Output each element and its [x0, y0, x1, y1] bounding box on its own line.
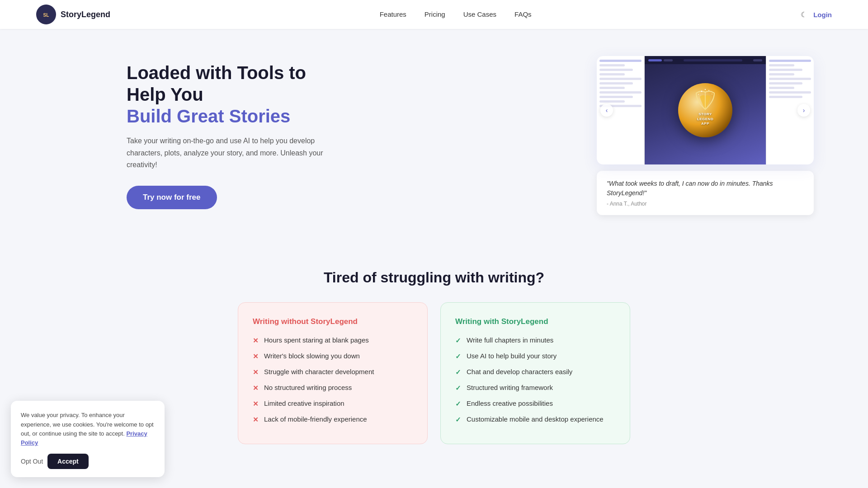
x-icon-1: ✕ [253, 352, 259, 361]
with-item-text-3: Structured writing framework [467, 384, 553, 391]
without-item-4: ✕ Limited creative inspiration [253, 399, 413, 408]
svg-point-2 [701, 91, 703, 92]
cookie-text: We value your privacy. To enhance your e… [21, 411, 155, 447]
without-item-text-1: Writer's block slowing you down [264, 352, 360, 360]
check-icon-3: ✓ [455, 384, 461, 392]
card-with-storylegend: Writing with StoryLegend ✓ Write full ch… [440, 302, 630, 444]
login-button[interactable]: Login [813, 11, 832, 19]
struggling-section: Tired of struggling with writing? [0, 242, 868, 286]
svg-text:SL: SL [43, 13, 49, 18]
check-icon-4: ✓ [455, 400, 461, 408]
svg-point-4 [705, 89, 706, 90]
x-icon-3: ✕ [253, 384, 259, 392]
without-item-text-0: Hours spent staring at blank pages [264, 336, 369, 344]
navbar: SL StoryLegend Features Pricing Use Case… [0, 0, 868, 29]
without-item-3: ✕ No structured writing process [253, 384, 413, 392]
x-icon-2: ✕ [253, 368, 259, 376]
svg-point-6 [712, 94, 712, 94]
nav-features[interactable]: Features [380, 10, 406, 18]
brand-name-text: StoryLegend [61, 10, 110, 19]
nav-actions: ☾ Login [801, 10, 832, 19]
without-item-5: ✕ Lack of mobile-friendly experience [253, 415, 413, 424]
check-icon-0: ✓ [455, 337, 461, 345]
app-logo-text: STORYLEGENDAPP [697, 112, 713, 126]
hero-description: Take your writing on-the-go and use AI t… [127, 135, 326, 171]
without-item-text-4: Limited creative inspiration [264, 399, 344, 407]
x-icon-0: ✕ [253, 337, 259, 345]
quote-card: "What took weeks to draft, I can now do … [597, 171, 814, 215]
nav-links: Features Pricing Use Cases FAQs [380, 10, 532, 19]
with-item-4: ✓ Endless creative possibilities [455, 399, 615, 408]
with-item-5: ✓ Customizable mobile and desktop experi… [455, 415, 615, 424]
screenshot-center-panel: STORYLEGENDAPP [645, 56, 766, 164]
opt-out-button[interactable]: Opt Out [21, 458, 43, 465]
cookie-actions: Opt Out Accept [21, 454, 155, 469]
with-item-text-0: Write full chapters in minutes [467, 336, 553, 344]
brand-logo: SL [36, 5, 56, 24]
hero-title: Loaded with Tools to Help You Build Grea… [127, 62, 344, 127]
without-card-title: Writing without StoryLegend [253, 317, 413, 326]
hero-visual: STORYLEGENDAPP [597, 56, 814, 215]
without-item-1: ✕ Writer's block slowing you down [253, 352, 413, 361]
struggling-title: Tired of struggling with writing? [36, 269, 832, 286]
with-item-text-1: Use AI to help build your story [467, 352, 557, 360]
x-icon-4: ✕ [253, 400, 259, 408]
svg-point-3 [708, 90, 709, 91]
nav-faqs[interactable]: FAQs [514, 10, 532, 18]
dark-mode-icon[interactable]: ☾ [801, 10, 807, 19]
with-item-2: ✓ Chat and develop characters easily [455, 368, 615, 376]
cookie-banner: We value your privacy. To enhance your e… [11, 401, 165, 477]
without-item-0: ✕ Hours spent staring at blank pages [253, 336, 413, 345]
screenshot-overlay: STORYLEGENDAPP [597, 56, 814, 164]
screenshot-prev-arrow[interactable]: ‹ [600, 104, 613, 117]
quote-text: "What took weeks to draft, I can now do … [607, 179, 804, 198]
app-logo-circle: STORYLEGENDAPP [678, 83, 732, 137]
screenshot-next-arrow[interactable]: › [797, 104, 810, 117]
without-item-text-5: Lack of mobile-friendly experience [264, 415, 367, 423]
quote-author: - Anna T., Author [607, 201, 804, 207]
svg-point-5 [698, 94, 699, 95]
check-icon-5: ✓ [455, 416, 461, 424]
with-item-text-2: Chat and develop characters easily [467, 368, 572, 375]
nav-pricing[interactable]: Pricing [425, 10, 445, 18]
nav-use-cases[interactable]: Use Cases [463, 10, 496, 18]
x-icon-5: ✕ [253, 416, 259, 424]
hero-title-line1: Loaded with Tools to Help You [127, 63, 306, 104]
with-card-title: Writing with StoryLegend [455, 317, 615, 326]
cta-button[interactable]: Try now for free [127, 186, 217, 209]
without-item-text-2: Struggle with character development [264, 368, 374, 375]
brand[interactable]: SL StoryLegend [36, 5, 110, 24]
accept-button[interactable]: Accept [47, 454, 89, 469]
with-item-text-5: Customizable mobile and desktop experien… [467, 415, 604, 423]
without-item-text-3: No structured writing process [264, 384, 352, 391]
without-item-2: ✕ Struggle with character development [253, 368, 413, 376]
with-item-3: ✓ Structured writing framework [455, 384, 615, 392]
with-item-1: ✓ Use AI to help build your story [455, 352, 615, 361]
hero-title-line2: Build Great Stories [127, 106, 290, 126]
check-icon-1: ✓ [455, 352, 461, 361]
hero-text-block: Loaded with Tools to Help You Build Grea… [127, 62, 344, 209]
card-without-storylegend: Writing without StoryLegend ✕ Hours spen… [238, 302, 428, 444]
with-item-0: ✓ Write full chapters in minutes [455, 336, 615, 345]
check-icon-2: ✓ [455, 368, 461, 376]
with-item-text-4: Endless creative possibilities [467, 399, 553, 407]
hero-section: Loaded with Tools to Help You Build Grea… [0, 29, 868, 242]
app-screenshot: STORYLEGENDAPP [597, 56, 814, 164]
